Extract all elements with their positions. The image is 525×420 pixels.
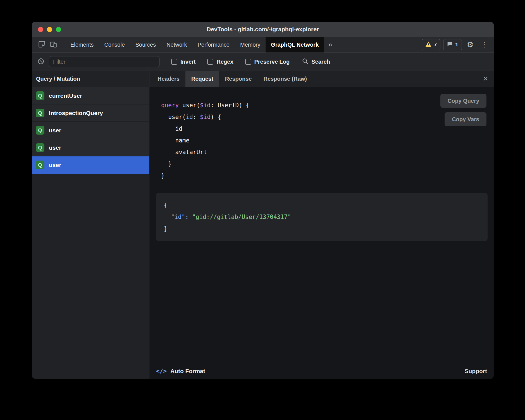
checkbox-box[interactable]	[207, 59, 213, 65]
inspect-element-button[interactable]	[36, 37, 47, 52]
query-list-header: Query / Mutation	[32, 71, 149, 87]
warnings-badge[interactable]: 7	[422, 39, 441, 50]
checkbox-regex[interactable]: Regex	[207, 59, 233, 65]
query-type-badge: Q	[36, 109, 44, 117]
graphql-variables-code: { "id": "gid://gitlab/User/13704317"}	[164, 199, 480, 235]
checkbox-preserve-log[interactable]: Preserve Log	[245, 59, 290, 65]
tab-performance[interactable]: Performance	[192, 37, 235, 52]
checkbox-row: InvertRegexPreserve Log	[159, 59, 290, 65]
tab-network[interactable]: Network	[161, 37, 192, 52]
query-name: user	[49, 162, 61, 168]
menu-button[interactable]: ⋮	[479, 41, 490, 49]
more-tabs-button[interactable]: »	[324, 37, 337, 52]
minimize-window-button[interactable]	[47, 27, 52, 32]
query-list-item[interactable]: Quser	[32, 122, 149, 139]
clear-requests-button[interactable]	[37, 58, 44, 66]
traffic-lights	[38, 27, 61, 32]
checkbox-label: Regex	[216, 59, 233, 65]
filter-toolbar: InvertRegexPreserve Log Search	[32, 53, 494, 71]
query-type-badge: Q	[36, 91, 44, 100]
query-name: IntrospectionQuery	[49, 110, 103, 116]
main-tabbar: ElementsConsoleSourcesNetworkPerformance…	[32, 37, 494, 53]
checkbox-invert[interactable]: Invert	[171, 59, 195, 65]
detail-tab-response[interactable]: Response	[219, 71, 258, 87]
warning-triangle-icon	[425, 41, 431, 48]
query-name: user	[49, 127, 61, 134]
devtools-window: DevTools - gitlab.com/-/graphql-explorer…	[32, 22, 494, 379]
checkbox-box[interactable]	[171, 59, 177, 65]
query-list-panel: Query / Mutation QcurrentUserQIntrospect…	[32, 71, 149, 379]
code-line: user(id: $id) {	[161, 111, 488, 123]
code-line: }	[164, 223, 480, 235]
graphql-query-code: query user($id: UserID) { user(id: $id) …	[161, 99, 488, 182]
request-body: Copy Query Copy Vars query user($id: Use…	[149, 87, 494, 363]
copy-vars-button[interactable]: Copy Vars	[445, 112, 486, 126]
tabbar-right-controls: 7 1 ⚙ ⋮	[422, 37, 494, 52]
query-type-badge: Q	[36, 126, 44, 135]
close-detail-button[interactable]: ✕	[478, 71, 494, 87]
settings-button[interactable]: ⚙	[465, 40, 476, 49]
request-detail-panel: HeadersRequestResponseResponse (Raw) ✕ C…	[149, 71, 494, 379]
close-window-button[interactable]	[38, 27, 43, 32]
search-label: Search	[311, 59, 330, 65]
tab-graphql-network[interactable]: GraphQL Network	[266, 37, 324, 52]
code-line: query user($id: UserID) {	[161, 99, 488, 111]
code-line: {	[164, 199, 480, 211]
code-line: avatarUrl	[161, 146, 488, 158]
gear-icon: ⚙	[467, 40, 474, 49]
query-name: user	[49, 144, 61, 151]
detail-tab-request[interactable]: Request	[185, 71, 219, 87]
filter-input[interactable]	[49, 56, 159, 67]
code-line: "id": "gid://gitlab/User/13704317"	[164, 211, 480, 223]
query-type-badge: Q	[36, 143, 44, 152]
toolbar-divider	[62, 40, 62, 49]
warning-count: 7	[434, 42, 437, 48]
checkbox-label: Preserve Log	[254, 59, 290, 65]
search-control[interactable]: Search	[302, 58, 330, 66]
auto-format-button[interactable]: Auto Format	[170, 368, 205, 374]
checkbox-label: Invert	[180, 59, 195, 65]
code-line: }	[161, 158, 488, 170]
tab-console[interactable]: Console	[99, 37, 130, 52]
search-icon	[302, 58, 309, 66]
kebab-menu-icon: ⋮	[481, 41, 488, 49]
checkbox-box[interactable]	[245, 59, 251, 65]
query-list-item[interactable]: QIntrospectionQuery	[32, 104, 149, 122]
block-icon	[37, 58, 44, 66]
issues-count: 1	[455, 42, 458, 48]
copy-query-button[interactable]: Copy Query	[440, 94, 486, 108]
tab-elements[interactable]: Elements	[65, 37, 99, 52]
inspect-cursor-icon	[38, 40, 46, 49]
device-toolbar-button[interactable]	[47, 37, 59, 52]
detail-tabs: HeadersRequestResponseResponse (Raw)	[152, 71, 313, 87]
titlebar: DevTools - gitlab.com/-/graphql-explorer	[32, 22, 494, 37]
query-type-badge: Q	[36, 161, 44, 169]
support-link[interactable]: Support	[465, 368, 487, 374]
detail-footer: </> Auto Format Support	[149, 363, 494, 379]
code-format-icon: </>	[156, 368, 167, 374]
detail-tabbar: HeadersRequestResponseResponse (Raw) ✕	[149, 71, 494, 87]
query-name: currentUser	[49, 92, 82, 99]
detail-tab-headers[interactable]: Headers	[152, 71, 185, 87]
issues-badge[interactable]: 1	[443, 39, 462, 50]
code-line: id	[161, 123, 488, 135]
message-bubble-icon	[447, 41, 453, 48]
query-list-item[interactable]: Quser	[32, 156, 149, 174]
main-tabs: ElementsConsoleSourcesNetworkPerformance…	[65, 37, 324, 52]
detail-tab-response-raw[interactable]: Response (Raw)	[257, 71, 313, 87]
query-list-item[interactable]: Quser	[32, 139, 149, 156]
query-list-item[interactable]: QcurrentUser	[32, 87, 149, 104]
code-line: name	[161, 135, 488, 146]
code-line: }	[161, 170, 488, 182]
close-icon: ✕	[483, 75, 488, 83]
zoom-window-button[interactable]	[56, 27, 61, 32]
copy-buttons: Copy Query Copy Vars	[440, 94, 486, 126]
variables-box: { "id": "gid://gitlab/User/13704317"}	[156, 193, 488, 241]
query-list: QcurrentUserQIntrospectionQueryQuserQuse…	[32, 87, 149, 174]
tab-sources[interactable]: Sources	[130, 37, 161, 52]
tab-memory[interactable]: Memory	[235, 37, 266, 52]
device-toolbar-icon	[50, 40, 57, 49]
content-area: Query / Mutation QcurrentUserQIntrospect…	[32, 71, 494, 379]
window-title: DevTools - gitlab.com/-/graphql-explorer	[32, 26, 494, 33]
